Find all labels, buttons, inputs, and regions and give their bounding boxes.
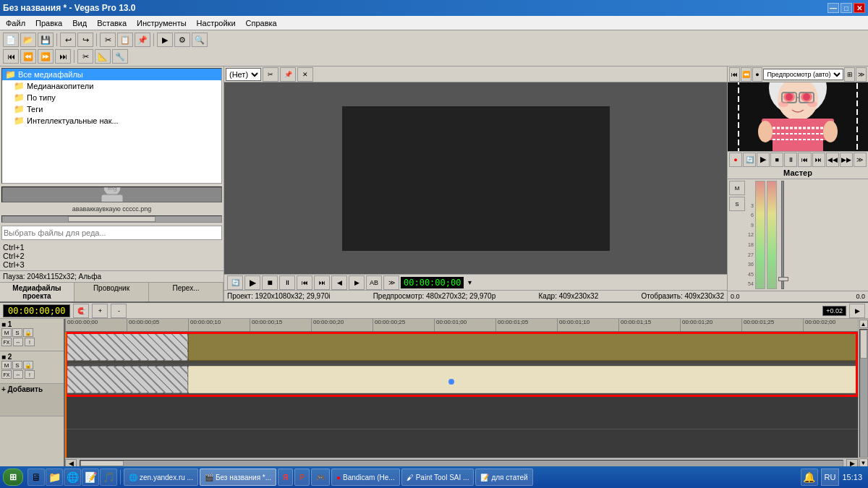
tree-item-tags[interactable]: 📁 Теги — [2, 103, 221, 115]
solo-button[interactable]: S — [729, 197, 745, 211]
tb2-btn7[interactable]: 🔧 — [112, 49, 128, 64]
tb2-btn4[interactable]: ⏭ — [55, 49, 71, 64]
tl-zoom-in[interactable]: + — [92, 304, 108, 318]
track-2-mute[interactable]: M — [1, 361, 12, 369]
tb2-btn6[interactable]: 📐 — [95, 49, 111, 64]
menu-tools[interactable]: Инструменты — [132, 18, 191, 28]
tb2-btn3[interactable]: ⏩ — [38, 49, 54, 64]
right-next-btn[interactable]: ⏭ — [812, 153, 825, 167]
tl-right-scroll[interactable]: ▶ — [849, 304, 865, 318]
right-rec-btn[interactable]: ● — [729, 153, 742, 167]
language-button[interactable]: RU — [821, 468, 840, 486]
timeline-ruler[interactable]: 00:00:00;00 00:00:00;05 00:00:00;10 00:0… — [65, 319, 858, 332]
right-pause-btn[interactable]: ⏸ — [784, 153, 797, 167]
track-1-pan[interactable]: ↔ — [13, 338, 23, 346]
menu-help[interactable]: Справка — [242, 18, 281, 28]
right-more-btn[interactable]: ≫ — [856, 67, 867, 82]
new-button[interactable]: 📄 — [3, 33, 19, 47]
minimize-button[interactable]: — — [827, 3, 839, 13]
right-step-f[interactable]: ▶▶ — [840, 153, 853, 167]
right-stop-btn[interactable]: ■ — [770, 153, 783, 167]
preview-pause-btn[interactable]: ⏸ — [279, 275, 295, 290]
menu-settings[interactable]: Настройки — [192, 18, 240, 28]
taskbar-icon-2[interactable]: 📁 — [46, 468, 63, 486]
preview-select[interactable]: (Нет) — [226, 68, 261, 81]
taskbar-notifications[interactable]: 🔔 — [801, 468, 818, 486]
preview-tb-btn1[interactable]: ✂ — [263, 67, 278, 82]
playhead[interactable] — [65, 332, 67, 458]
tab-media-files[interactable]: Медиафайлы проекта — [0, 283, 75, 301]
track-1-mute[interactable]: M — [1, 328, 12, 337]
track-1-lane[interactable] — [65, 332, 858, 364]
scroll-thumb[interactable] — [80, 461, 124, 466]
open-button[interactable]: 📂 — [20, 33, 36, 47]
right-grid-btn[interactable]: ⊞ — [844, 67, 855, 82]
taskbar-icon-4[interactable]: 📝 — [82, 468, 99, 486]
track-2-pan[interactable]: ↔ — [13, 370, 23, 379]
taskbar-sai-btn[interactable]: 🖌 Paint Tool SAI ... — [401, 468, 475, 486]
preview-prev-btn[interactable]: ⏮ — [297, 275, 312, 290]
taskbar-icon-3[interactable]: 🌐 — [64, 468, 81, 486]
timeline-right-scrollbar[interactable]: ▲ ▼ — [858, 319, 868, 468]
fader-track[interactable] — [781, 181, 784, 289]
right-tb-btn1[interactable]: ⏮ — [729, 67, 740, 82]
tl-zoom-out[interactable]: - — [111, 304, 127, 318]
preview-more-btn[interactable]: ≫ — [383, 275, 399, 290]
track-2-lock[interactable]: 🔒 — [23, 361, 33, 369]
vscroll-track[interactable] — [859, 329, 868, 458]
right-loop-btn[interactable]: 🔄 — [743, 153, 756, 167]
track-2-main-clip[interactable] — [188, 366, 858, 393]
taskbar-browser-btn[interactable]: 🌐 zen.yandex.ru ... — [124, 468, 198, 486]
track-1-main-clip[interactable] — [188, 333, 858, 361]
right-tb-btn2[interactable]: ⏪ — [741, 67, 752, 82]
taskbar-articles-btn[interactable]: 📝 для статей — [475, 468, 532, 486]
taskbar-ppt-btn[interactable]: P — [294, 468, 310, 486]
tab-transitions[interactable]: Перех... — [149, 283, 224, 301]
preview-loop-btn[interactable]: 🔄 — [227, 275, 243, 290]
close-button[interactable]: ✕ — [854, 3, 865, 13]
start-button[interactable]: ⊞ — [3, 468, 23, 486]
preview-tb-close[interactable]: ✕ — [297, 67, 313, 82]
tree-item-smart[interactable]: 📁 Интеллектуальные нак... — [2, 115, 221, 127]
right-step-b[interactable]: ◀◀ — [826, 153, 839, 167]
track-1-lock[interactable]: 🔒 — [23, 328, 33, 337]
track-1-solo[interactable]: S — [12, 328, 22, 337]
tree-item-type[interactable]: 📁 По типу — [2, 92, 221, 103]
copy-button[interactable]: 📋 — [117, 33, 133, 47]
maximize-button[interactable]: □ — [841, 3, 852, 13]
tab-explorer[interactable]: Проводник — [75, 283, 149, 301]
track-2-level[interactable]: ! — [25, 370, 35, 379]
vscroll-up-btn[interactable]: ▲ — [859, 320, 868, 328]
track-1-clip-start[interactable] — [65, 333, 188, 361]
track-2-solo[interactable]: S — [12, 361, 22, 369]
right-prev-btn[interactable]: ⏮ — [798, 153, 811, 167]
tb2-btn5[interactable]: ✂ — [77, 49, 93, 64]
preview-next-btn[interactable]: ⏭ — [314, 275, 330, 290]
preview-ab-btn[interactable]: AB — [366, 275, 382, 290]
menu-view[interactable]: Вид — [68, 18, 91, 28]
save-button[interactable]: 💾 — [38, 33, 54, 47]
vscroll-thumb[interactable] — [860, 330, 867, 359]
track-2-fx[interactable]: FX — [1, 370, 12, 379]
track-2-clip-start[interactable] — [65, 366, 188, 393]
render-button[interactable]: ▶ — [157, 33, 173, 47]
preview-step-back[interactable]: ◀ — [331, 275, 347, 290]
taskbar-bandicam-btn[interactable]: ● Bandicam (Не... — [331, 468, 400, 486]
track-1-fx[interactable]: FX — [1, 338, 12, 346]
taskbar-yandex-btn[interactable]: Я — [278, 468, 293, 486]
menu-insert[interactable]: Вставка — [93, 18, 131, 28]
right-play-btn[interactable]: ▶ — [757, 153, 770, 167]
tb2-btn1[interactable]: ⏮ — [3, 49, 19, 64]
taskbar-vegas-btn[interactable]: 🎬 Без названия *... — [200, 468, 276, 486]
preview-tb-btn2[interactable]: 📌 — [280, 67, 296, 82]
properties-button[interactable]: ⚙ — [174, 33, 190, 47]
mute-button[interactable]: M — [729, 181, 745, 195]
tb-btn-extra1[interactable]: 🔍 — [192, 33, 208, 47]
media-scroll-thumb[interactable] — [68, 216, 156, 222]
preview-step-fwd[interactable]: ▶ — [349, 275, 365, 290]
media-tree[interactable]: 📁 Все медиафайлы 📁 Медианакопители 📁 По … — [1, 68, 222, 184]
taskbar-steam-btn[interactable]: 🎮 — [311, 468, 330, 486]
track-2-lane[interactable] — [65, 364, 858, 397]
tree-item-media[interactable]: 📁 Медианакопители — [2, 80, 221, 92]
taskbar-icon-1[interactable]: 🖥 — [27, 468, 45, 486]
